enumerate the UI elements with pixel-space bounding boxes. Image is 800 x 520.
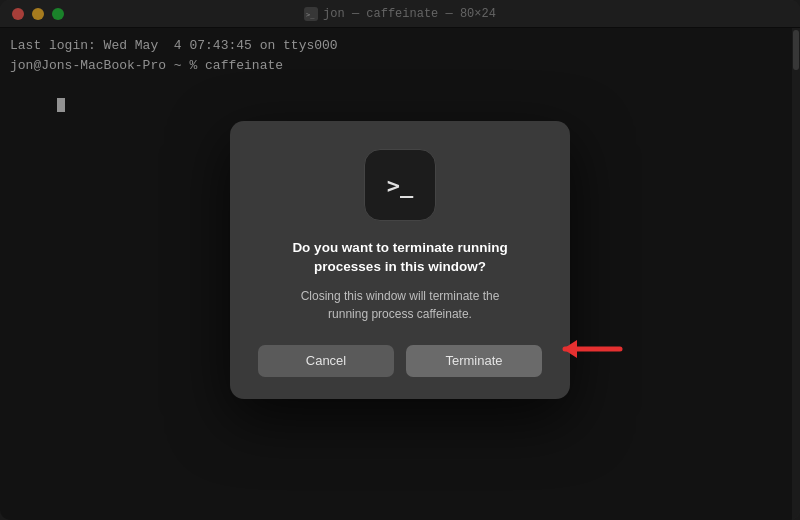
dialog: >_ Do you want to terminate runningproce… [230,121,570,399]
app-icon: >_ [364,149,436,221]
terminate-button[interactable]: Terminate [406,345,542,377]
terminal-window: >_ jon — caffeinate — 80×24 Last login: … [0,0,800,520]
svg-marker-3 [563,340,577,358]
dialog-overlay: >_ Do you want to terminate runningproce… [0,0,800,520]
arrow-icon [545,304,625,364]
arrow-annotation [545,304,625,364]
app-icon-text: >_ [387,173,414,198]
cancel-button[interactable]: Cancel [258,345,394,377]
dialog-buttons: Cancel Terminate [258,345,542,377]
dialog-title: Do you want to terminate runningprocesse… [292,239,507,277]
dialog-message: Closing this window will terminate theru… [301,287,500,323]
